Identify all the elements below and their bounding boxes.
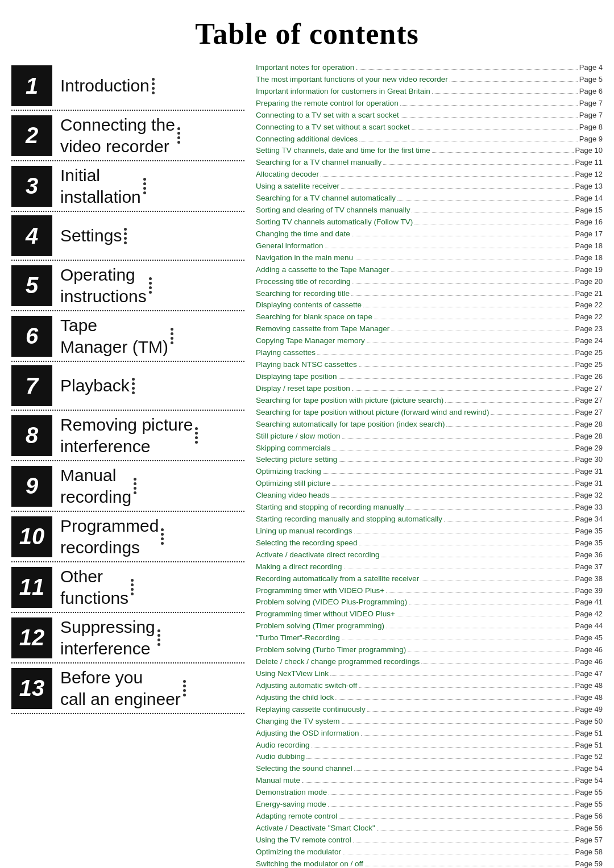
toc-entry-dots (377, 830, 574, 831)
toc-entry-page: Page 46 (575, 644, 603, 656)
chapter-number: 2 (11, 115, 52, 156)
toc-entry-dots (342, 438, 574, 439)
toc-entry-title: Starting and stopping of recording manua… (256, 502, 404, 514)
toc-entry: Recording automatically from a satellite… (256, 573, 603, 585)
toc-entry-page: Page 33 (575, 502, 603, 513)
toc-entry-dots (397, 616, 574, 616)
toc-entry-page: Page 24 (575, 335, 603, 347)
toc-entry: Playing cassettesPage 25 (256, 347, 603, 359)
toc-entry-page: Page 22 (575, 299, 603, 311)
toc-entry-page: Page 48 (575, 680, 603, 691)
chapter-item: 13Before youcall an engineer (11, 663, 244, 714)
toc-entry-title: Searching for a TV channel manually (256, 157, 381, 169)
chapter-item: 3Initialinstallation (11, 161, 244, 212)
toc-entry-dots (409, 604, 573, 604)
toc-entry-dots (374, 319, 574, 319)
toc-entry: Programming timer with VIDEO Plus+Page 3… (256, 585, 603, 597)
chapter-dots (193, 425, 200, 446)
toc-entry-dots (321, 176, 573, 177)
toc-entry-title: Playing cassettes (256, 347, 316, 359)
toc-entry-page: Page 7 (579, 110, 603, 121)
toc-entry-page: Page 7 (579, 98, 603, 109)
toc-entry-page: Page 27 (575, 383, 603, 394)
toc-entry: Optimizing the modulatorPage 58 (256, 846, 603, 858)
toc-entry: Adjusting the OSD informationPage 51 (256, 728, 603, 740)
toc-entry-title: Selecting picture setting (256, 454, 337, 466)
toc-entry-page: Page 35 (575, 537, 603, 549)
toc-entry-dots (367, 711, 574, 712)
toc-entry-dots (317, 354, 574, 355)
toc-entry-dots (341, 188, 573, 189)
toc-entry: Searching for recording titlePage 21 (256, 288, 603, 300)
toc-entry-title: Lining up manual recordings (256, 525, 352, 537)
toc-entry-page: Page 10 (575, 145, 603, 156)
toc-entry: The most important functions of your new… (256, 74, 603, 86)
toc-entry-dots (339, 461, 573, 462)
toc-entry-title: Recording automatically from a satellite… (256, 573, 419, 585)
toc-entry-title: Searching for tape position with picture… (256, 395, 443, 407)
toc-entry-title: Sorting TV channels automatically (Follo… (256, 216, 413, 228)
toc-entry-dots (450, 81, 578, 82)
toc-entry: Adjusting automatic switch-offPage 48 (256, 680, 603, 692)
toc-entry: Making a direct recordingPage 37 (256, 561, 603, 573)
page-title: Table of contents (0, 0, 614, 62)
toc-entry-dots (391, 272, 574, 272)
toc-entry-dots (383, 164, 573, 165)
toc-entry: Using a satellite receiverPage 13 (256, 181, 603, 193)
toc-entry-page: Page 27 (575, 407, 603, 418)
toc-entry-page: Page 35 (575, 525, 603, 537)
toc-entry-page: Page 20 (575, 276, 603, 287)
toc-entry-dots (363, 307, 573, 307)
toc-entry-page: Page 30 (575, 454, 603, 465)
chapter-list: 1Introduction2Connecting thevideo record… (11, 62, 250, 868)
toc-entry-page: Page 18 (575, 240, 603, 252)
toc-entry-dots (356, 69, 577, 70)
toc-entry-page: Page 44 (575, 620, 603, 632)
chapter-title: Playback (60, 375, 130, 397)
toc-entry: Adding a cassette to the Tape ManagerPag… (256, 264, 603, 276)
toc-entry-dots (445, 402, 573, 403)
toc-entry: Searching for a TV channel manuallyPage … (256, 157, 603, 169)
toc-entry-page: Page 17 (575, 228, 603, 240)
toc-entry: General informationPage 18 (256, 240, 603, 252)
toc-entry: Navigation in the main menuPage 18 (256, 252, 603, 264)
toc-entry-page: Page 47 (575, 668, 603, 679)
toc-entry-title: Connecting to a TV set without a scart s… (256, 122, 410, 133)
chapter-dots (128, 577, 136, 598)
toc-entry-title: Replaying cassette continuously (256, 704, 366, 716)
main-container: 1Introduction2Connecting thevideo record… (0, 62, 614, 868)
chapter-title: TapeManager (TM) (60, 315, 168, 357)
toc-entry-dots (405, 509, 573, 510)
toc-entry-dots (432, 152, 574, 153)
chapter-dots (122, 226, 129, 247)
toc-entry: Using NexTView LinkPage 47 (256, 668, 603, 680)
chapter-title: Programmedrecordings (60, 515, 159, 558)
toc-entry-page: Page 51 (575, 740, 603, 751)
toc-entry-title: Energy-saving mode (256, 799, 326, 811)
toc-entry: Activate / Deactivate "Smart Clock"Page … (256, 823, 603, 834)
chapter-dots (159, 526, 166, 547)
chapter-item: 11Otherfunctions (11, 562, 244, 613)
chapter-dots (168, 326, 176, 347)
toc-entry-dots (412, 129, 578, 130)
toc-entry: Selecting picture settingPage 30 (256, 454, 603, 466)
chapter-number: 9 (11, 466, 52, 507)
toc-entry-title: Problem solving (Turbo Timer programming… (256, 644, 406, 656)
toc-entry-dots (330, 675, 574, 676)
chapter-title: Before youcall an engineer (60, 667, 181, 710)
toc-entry: Searching for tape position without pict… (256, 407, 603, 419)
chapter-item: 2Connecting thevideo recorder (11, 111, 244, 161)
toc-entry-page: Page 56 (575, 811, 603, 822)
toc-entry-title: Searching for a TV channel automatically (256, 193, 396, 205)
toc-entry-dots (397, 200, 574, 201)
toc-entry-dots (302, 782, 574, 783)
toc-entry-dots (354, 770, 574, 771)
toc-entry-title: Optimizing tracking (256, 466, 321, 478)
toc-entry-page: Page 57 (575, 834, 603, 846)
toc-entry-title: Audio recording (256, 740, 310, 752)
toc-entry: Problem solving (Timer programming)Page … (256, 620, 603, 632)
toc-entry-title: Manual mute (256, 775, 300, 787)
toc-entry-dots (352, 390, 574, 391)
toc-entry-title: Changing the TV system (256, 716, 340, 728)
toc-entry-dots (335, 699, 573, 700)
